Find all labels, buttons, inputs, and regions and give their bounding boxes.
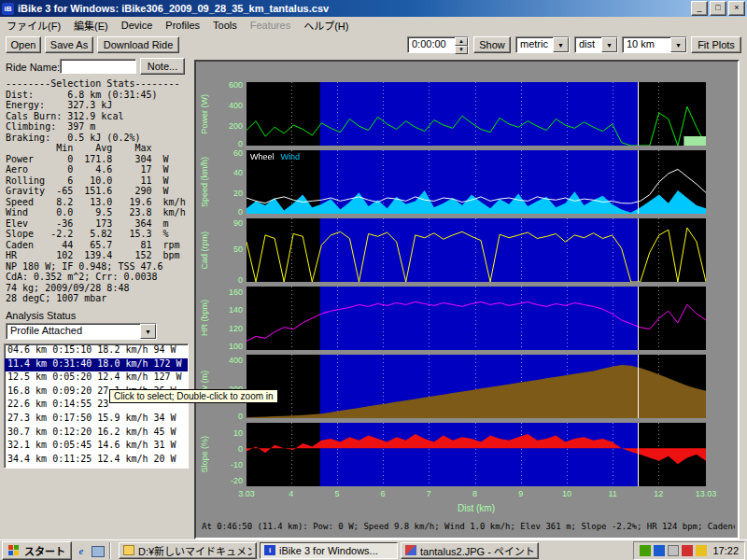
fit-plots-button[interactable]: Fit Plots xyxy=(691,36,741,53)
chevron-down-icon[interactable]: ▼ xyxy=(670,37,686,52)
chevron-down-icon[interactable]: ▼ xyxy=(140,324,156,339)
analysis-status-value: Profile Attached xyxy=(7,324,140,339)
zoom-range-combo[interactable]: 10 km ▼ xyxy=(622,36,687,53)
x-tick: 10 xyxy=(553,489,581,498)
x-tick: 7 xyxy=(415,489,443,498)
y-tick: 0 xyxy=(213,275,243,285)
xaxis-mode-combo[interactable]: dist ▼ xyxy=(574,36,618,53)
units-combo[interactable]: metric ▼ xyxy=(515,36,570,53)
slope-axis-label: Slope (%) xyxy=(197,423,212,486)
title-bar[interactable]: iB iBike 3 for Windows: iBike306_2009_09… xyxy=(0,0,747,17)
spin-up-icon[interactable]: ▲ xyxy=(455,37,468,46)
stats-line: Climbing: 397 m xyxy=(6,121,192,133)
stats-line: Wind 0.0 9.5 23.8 km/h xyxy=(6,207,192,218)
taskbar-task-paint[interactable]: tantalus2.JPG - ペイント xyxy=(401,542,539,559)
elevation-axis-label: Elev (m) xyxy=(197,355,212,418)
heart-rate-plot[interactable] xyxy=(247,287,706,350)
taskbar-task-ibike[interactable]: iiBike 3 for Windows... xyxy=(260,542,398,559)
cadence-plot[interactable] xyxy=(247,218,706,282)
stats-line: NP 180 W; IF 0.948; TSS 47.6 xyxy=(6,261,192,273)
elevation-plot[interactable] xyxy=(247,355,706,418)
menu-help[interactable]: ヘルプ(H) xyxy=(297,16,355,35)
time-spinner[interactable]: 0:00:00 ▲▼ xyxy=(407,36,469,53)
analysis-status-combo[interactable]: Profile Attached ▼ xyxy=(6,323,157,340)
interval-row[interactable]: 34.4 km 0:11:25 12.4 km/h 20 W xyxy=(5,454,188,468)
speed-plot[interactable] xyxy=(247,150,706,214)
y-tick: 0 xyxy=(213,139,243,148)
windows-logo-icon xyxy=(8,545,21,556)
menu-tools[interactable]: Tools xyxy=(206,18,244,33)
y-tick: 600 xyxy=(213,80,243,90)
close-icon[interactable]: × xyxy=(728,1,745,16)
power-plot[interactable] xyxy=(247,82,706,146)
chevron-down-icon[interactable]: ▼ xyxy=(601,37,617,52)
stats-line: HR 102 139.4 152 bpm xyxy=(6,250,192,261)
y-tick: 0 xyxy=(213,207,243,217)
x-axis-title: Dist (km) xyxy=(247,503,706,513)
y-tick: 20 xyxy=(213,189,243,198)
y-tick: 0 xyxy=(213,412,243,421)
taskbar-task-folder[interactable]: D:¥新しいマイドキュメント¥... xyxy=(119,542,257,559)
taskbar-tasks: D:¥新しいマイドキュメント¥...iiBike 3 for Windows..… xyxy=(119,542,542,559)
tray-icon-2[interactable] xyxy=(654,545,665,556)
y-tick: -10 xyxy=(213,460,243,469)
show-button[interactable]: Show xyxy=(473,36,511,53)
stats-line: --------Selection Stats-------- xyxy=(6,78,192,90)
legend-wheel: Wheel xyxy=(250,152,275,161)
y-tick: 120 xyxy=(213,324,243,333)
interval-row[interactable]: 27.3 km 0:17:50 15.9 km/h 34 W xyxy=(5,413,188,427)
show-desktop-icon[interactable] xyxy=(91,543,106,558)
menu-device[interactable]: Device xyxy=(115,18,160,33)
internet-explorer-icon[interactable]: e xyxy=(74,543,89,558)
units-value: metric xyxy=(516,37,553,52)
maximize-icon[interactable]: □ xyxy=(710,1,726,16)
menu-profiles[interactable]: Profiles xyxy=(159,18,206,33)
folder-icon xyxy=(123,545,134,555)
stats-line: Aero 0 4.6 17 W xyxy=(6,164,192,175)
save-as-button[interactable]: Save As xyxy=(45,36,93,53)
stats-line: Power 0 171.8 304 W xyxy=(6,154,192,165)
speed-axis-label: Speed (km/h) xyxy=(197,150,212,214)
y-tick: 10 xyxy=(213,428,243,438)
interval-row[interactable]: 32.1 km 0:05:45 14.6 km/h 31 W xyxy=(5,440,188,454)
slope-plot[interactable] xyxy=(247,423,706,486)
interval-row[interactable]: 11.4 km 0:31:40 18.0 km/h 172 W xyxy=(5,358,188,372)
interval-row[interactable]: 04.6 km 0:15:10 18.2 km/h 94 W xyxy=(5,344,188,358)
stats-line: 28 degC; 1007 mbar xyxy=(6,293,192,304)
menu-edit[interactable]: 編集(E) xyxy=(67,16,115,35)
stats-line: Cals Burn: 312.9 kcal xyxy=(6,111,192,122)
spin-down-icon[interactable]: ▼ xyxy=(455,46,468,54)
tray-icon-3[interactable] xyxy=(668,545,679,556)
tray-icon-5[interactable] xyxy=(696,545,707,556)
ride-name-input[interactable] xyxy=(60,59,136,74)
ibike-icon: i xyxy=(264,545,275,555)
x-tick: 3.03 xyxy=(233,489,261,498)
app-window: iB iBike 3 for Windows: iBike306_2009_09… xyxy=(0,0,747,539)
download-ride-button[interactable]: Download Ride xyxy=(97,36,179,53)
minimize-icon[interactable]: _ xyxy=(691,1,708,16)
note-button[interactable]: Note... xyxy=(140,58,185,75)
y-tick: 400 xyxy=(213,101,243,110)
interval-row[interactable]: 12.5 km 0:05:20 12.4 km/h 127 W xyxy=(5,371,188,385)
heart-rate-axis-label: HR (bpm) xyxy=(197,287,212,350)
tray-icon-4[interactable] xyxy=(682,545,693,556)
stats-line: Min Avg Max xyxy=(6,143,192,154)
start-button[interactable]: スタート xyxy=(2,541,72,560)
stats-line: Gravity -65 151.6 290 W xyxy=(6,186,192,197)
xaxis-mode-value: dist xyxy=(575,37,601,52)
y-tick: 90 xyxy=(213,218,243,228)
legend-wind: Wind xyxy=(281,152,301,161)
stats-line: Slope -2.2 5.82 15.3 % xyxy=(6,229,192,240)
tray-icon-1[interactable] xyxy=(640,545,651,556)
paint-icon xyxy=(405,545,416,555)
open-button[interactable]: Open xyxy=(6,36,41,53)
time-value[interactable]: 0:00:00 xyxy=(408,37,455,52)
interval-row[interactable]: 30.7 km 0:12:20 16.2 km/h 45 W xyxy=(5,427,188,441)
taskbar: スタート e D:¥新しいマイドキュメント¥...iiBike 3 for Wi… xyxy=(0,539,747,560)
spinner-arrows: ▲▼ xyxy=(455,37,468,52)
stats-line: Speed 8.2 13.0 19.6 km/h xyxy=(6,197,192,208)
stats-line: Braking: 0.5 kJ (0.2%) xyxy=(6,133,192,144)
speed-legend: WheelWind xyxy=(250,152,306,161)
chevron-down-icon[interactable]: ▼ xyxy=(553,37,569,52)
menu-file[interactable]: ファイル(F) xyxy=(0,16,67,35)
